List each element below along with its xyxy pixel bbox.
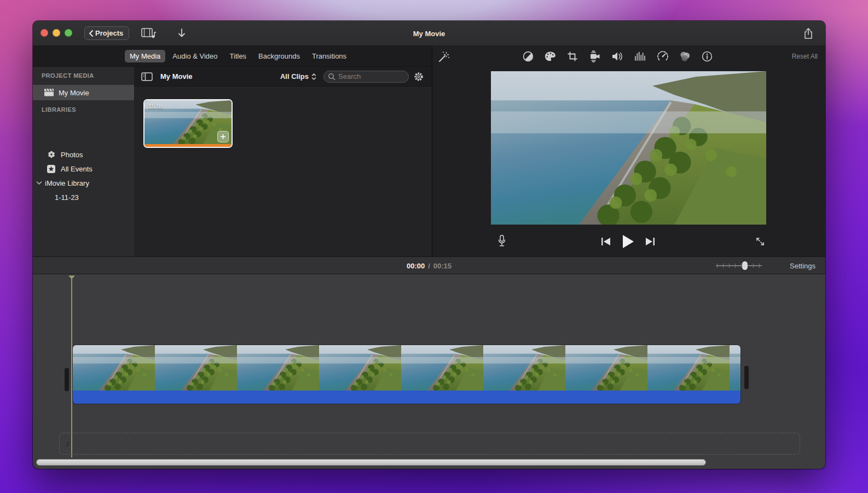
clip-filter-value: All Clips [280,72,309,81]
search-field [323,71,409,83]
reset-all-button[interactable]: Reset All [792,46,818,67]
projects-back-button[interactable]: Projects [84,26,129,40]
timeline-clip[interactable] [73,345,740,404]
timeline-horizontal-scrollbar[interactable] [36,459,706,466]
color-correction-palette-icon[interactable] [544,50,557,62]
zoom-slider-thumb[interactable] [742,261,748,270]
updown-chevrons-icon [311,73,317,81]
crop-icon[interactable] [566,50,578,62]
viewer-panel: Reset All [433,46,825,256]
media-tabbar: My Media Audio & Video Titles Background… [33,46,432,67]
media-pane: My Movie All Clips [134,67,432,256]
skip-forward-icon[interactable] [645,237,655,246]
projects-back-label: Projects [95,29,123,37]
time-display: 00:00 / 00:15 [33,257,825,274]
media-pane-title: My Movie [160,72,193,81]
magic-wand-icon[interactable] [437,50,450,64]
sidebar-item-label: 1-11-23 [55,193,79,202]
photos-icon [47,150,56,159]
tab-audio-video[interactable]: Audio & Video [167,50,222,62]
stabilization-icon[interactable] [588,50,601,62]
tab-backgrounds[interactable]: Backgrounds [253,50,305,62]
search-input[interactable] [323,71,409,83]
clapperboard-icon [44,89,54,96]
tab-transitions[interactable]: Transitions [307,50,351,62]
imovie-window: Projects My Movie My Media Audio & V [33,21,825,469]
media-browser-icon[interactable] [141,27,157,39]
star-badge-icon [47,165,56,173]
voiceover-mic-icon[interactable] [497,234,506,248]
timeline-zoom-slider[interactable] [716,261,762,270]
sidebar-item-label: All Events [61,165,92,173]
background-music-well[interactable]: ♪ [59,433,800,455]
close-window-button[interactable] [40,29,48,37]
add-clip-button[interactable] [217,131,229,142]
current-time: 00:00 [407,262,425,270]
titlebar: Projects My Movie [33,21,825,46]
clip-trim-handle-right[interactable] [744,366,749,389]
tab-my-media[interactable]: My Media [125,50,165,62]
media-clip-thumbnail[interactable]: 15.9s [143,99,233,148]
clip-trim-handle-left[interactable] [65,368,69,391]
speed-icon[interactable] [657,50,669,62]
playhead-line[interactable] [71,277,72,457]
video-preview[interactable] [491,71,766,225]
project-media-header: PROJECT MEDIA [42,72,94,79]
clip-duration-label: 15.9s [148,103,163,110]
zoom-window-button[interactable] [65,29,72,37]
sidebar-item-all-events[interactable]: All Events [33,161,134,176]
adjustments-toolbar: Reset All [433,46,825,67]
search-icon [328,73,335,81]
info-icon[interactable] [701,50,713,62]
sidebar-item-label: iMovie Library [45,179,89,187]
sidebar-item-event-1-11-23[interactable]: 1-11-23 [33,190,134,205]
total-time: 00:15 [433,262,452,270]
sidebar-item-label: My Movie [59,89,89,97]
sidebar-toggle-icon[interactable] [141,72,153,81]
browser-panel: My Media Audio & Video Titles Background… [33,46,432,256]
share-icon[interactable] [803,27,813,39]
zoom-slider-track [716,265,762,266]
sidebar-item-label: Photos [61,151,83,159]
time-separator: / [428,262,430,270]
import-media-icon[interactable] [177,28,187,38]
plus-icon [220,134,226,140]
chevron-left-icon [88,30,94,37]
clip-filter-dropdown[interactable]: All Clips [280,72,317,81]
sidebar-item-my-movie[interactable]: My Movie [33,85,134,100]
minimize-window-button[interactable] [53,29,60,37]
library-sidebar: PROJECT MEDIA My Movie LIBRARIES [33,67,134,256]
clip-filter-circles-icon[interactable] [679,50,691,62]
chevron-down-icon [36,181,42,185]
timeline-settings-button[interactable]: Settings [790,257,815,274]
preview-frame-image [491,71,766,225]
sidebar-item-imovie-library[interactable]: iMovie Library [33,175,134,191]
main-area: My Media Audio & Video Titles Background… [33,46,825,256]
volume-icon[interactable] [611,51,624,62]
playback-controls [433,232,825,251]
timeline-header: 00:00 / 00:15 Settings [33,256,825,274]
skip-back-icon[interactable] [601,237,611,246]
clip-settings-gear-icon[interactable] [413,71,424,82]
noise-eq-icon[interactable] [634,51,647,62]
music-note-icon: ♪ [65,438,70,449]
sidebar-item-photos[interactable]: Photos [33,147,134,162]
tab-titles[interactable]: Titles [225,50,252,62]
fullscreen-icon[interactable] [755,236,766,247]
timeline: ♪ [33,274,825,469]
color-balance-icon[interactable] [522,50,534,62]
clip-audio-waveform-bar[interactable] [73,391,740,404]
play-button-icon[interactable] [622,234,634,249]
filmstrip [73,345,740,391]
clip-used-indicator [144,144,232,147]
libraries-header: LIBRARIES [42,106,76,113]
media-pane-header: My Movie All Clips [134,67,432,87]
